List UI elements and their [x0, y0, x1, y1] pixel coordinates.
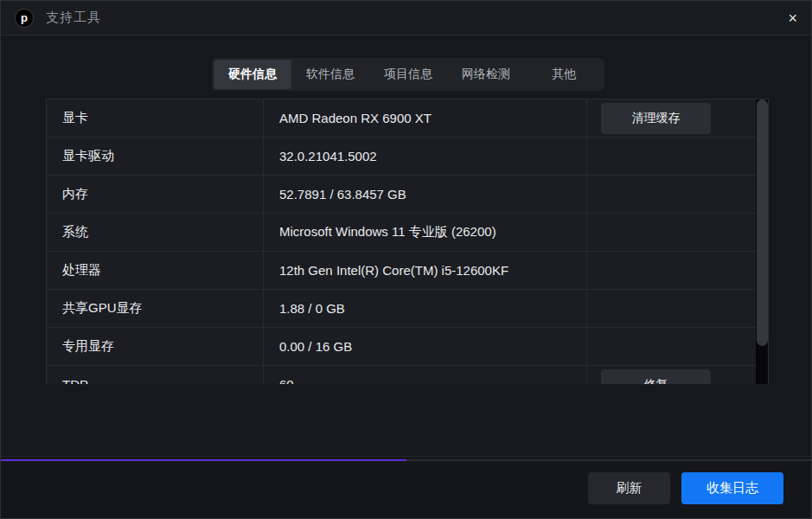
tab-other[interactable]: 其他	[525, 60, 603, 89]
row-label: 专用显存	[47, 328, 263, 365]
table-scrollbar[interactable]	[756, 99, 768, 384]
table-row: 显卡AMD Radeon RX 6900 XT清理缓存	[47, 99, 768, 138]
row-action-cell	[586, 328, 768, 365]
close-icon[interactable]: ×	[788, 10, 797, 26]
table-row: TDP60修复	[47, 366, 768, 384]
row-value: 32.0.21041.5002	[263, 138, 586, 175]
row-action-cell	[586, 214, 768, 251]
row-action-cell: 修复	[586, 366, 768, 384]
table-body: 显卡AMD Radeon RX 6900 XT清理缓存显卡驱动32.0.2104…	[47, 99, 768, 384]
table-row: 共享GPU显存1.88 / 0 GB	[47, 290, 768, 328]
refresh-button[interactable]: 刷新	[588, 472, 670, 504]
table-row: 显卡驱动32.0.21041.5002	[47, 138, 768, 176]
row-label: 显卡	[47, 99, 263, 137]
tab-network-check[interactable]: 网络检测	[447, 60, 525, 89]
repair-button[interactable]: 修复	[601, 369, 711, 385]
row-value: 1.88 / 0 GB	[263, 290, 586, 327]
table-row: 系统Microsoft Windows 11 专业版 (26200)	[47, 214, 768, 252]
table-row: 专用显存0.00 / 16 GB	[47, 328, 768, 366]
row-action-cell	[586, 290, 768, 327]
footer-divider	[1, 456, 811, 457]
row-action-cell: 清理缓存	[586, 99, 768, 137]
support-tool-window: p 支持工具 × 硬件信息软件信息项目信息网络检测其他 显卡AMD Radeon…	[0, 0, 812, 519]
tab-project-info[interactable]: 项目信息	[369, 60, 447, 89]
row-label: 处理器	[47, 252, 263, 289]
table-row: 内存52.7891 / 63.8457 GB	[47, 176, 768, 214]
scrollbar-thumb[interactable]	[757, 99, 768, 346]
row-label: 内存	[47, 176, 263, 213]
footer: 刷新 收集日志	[1, 461, 811, 518]
app-logo-icon: p	[15, 9, 34, 28]
row-action-cell	[586, 176, 768, 213]
table-row: 处理器12th Gen Intel(R) Core(TM) i5-12600KF	[47, 252, 768, 290]
footer-buttons: 刷新 收集日志	[588, 472, 783, 504]
tab-software-info[interactable]: 软件信息	[291, 60, 369, 89]
row-value: 52.7891 / 63.8457 GB	[263, 176, 586, 213]
row-label: TDP	[47, 366, 263, 384]
row-value: 60	[263, 366, 586, 384]
row-label: 共享GPU显存	[47, 290, 263, 327]
collect-logs-button[interactable]: 收集日志	[681, 472, 783, 504]
row-value: 12th Gen Intel(R) Core(TM) i5-12600KF	[263, 252, 586, 289]
tab-hardware-info[interactable]: 硬件信息	[214, 60, 291, 89]
row-label: 显卡驱动	[47, 138, 263, 175]
row-label: 系统	[47, 214, 263, 251]
row-value: 0.00 / 16 GB	[263, 328, 586, 365]
row-value: AMD Radeon RX 6900 XT	[263, 99, 586, 137]
hardware-info-table: 显卡AMD Radeon RX 6900 XT清理缓存显卡驱动32.0.2104…	[46, 99, 769, 384]
titlebar: p 支持工具 ×	[1, 1, 811, 35]
window-title: 支持工具	[46, 10, 101, 26]
row-action-cell	[586, 138, 768, 175]
tab-bar: 硬件信息软件信息项目信息网络检测其他	[212, 58, 604, 91]
row-action-cell	[586, 252, 768, 289]
clear-cache-button[interactable]: 清理缓存	[601, 103, 711, 134]
row-value: Microsoft Windows 11 专业版 (26200)	[263, 214, 586, 251]
